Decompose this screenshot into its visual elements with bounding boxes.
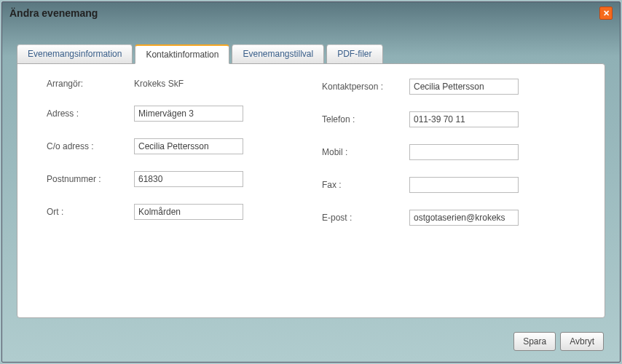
label-organizer: Arrangör: [47, 79, 134, 89]
phone-field[interactable] [409, 111, 519, 127]
tab-event-options[interactable]: Evenemangstillval [232, 44, 324, 64]
label-phone: Telefon : [322, 114, 409, 124]
edit-event-dialog: Ändra evenemang ✕ Evenemangsinformation … [1, 1, 621, 363]
tab-pdf-files[interactable]: PDF-filer [326, 44, 382, 64]
contact-person-field[interactable] [409, 79, 519, 95]
label-email: E-post : [322, 213, 409, 223]
tab-contact-info[interactable]: Kontaktinformation [135, 44, 229, 64]
mobile-field[interactable] [409, 144, 519, 160]
label-city: Ort : [47, 207, 134, 217]
address-field[interactable] [134, 106, 243, 122]
label-co-address: C/o adress : [47, 141, 134, 151]
value-organizer: Krokeks SkF [134, 79, 184, 89]
label-mobile: Mobil : [322, 147, 409, 157]
close-icon[interactable]: ✕ [599, 7, 613, 20]
label-address: Adress : [47, 108, 134, 119]
co-address-field[interactable] [134, 138, 243, 154]
postcode-field[interactable] [134, 171, 243, 187]
tab-event-info[interactable]: Evenemangsinformation [17, 44, 133, 64]
dialog-title: Ändra evenemang [9, 7, 98, 19]
tabs: Evenemangsinformation Kontaktinformation… [17, 44, 385, 64]
email-field[interactable] [409, 210, 519, 226]
label-contact-person: Kontaktperson : [322, 82, 409, 92]
fax-field[interactable] [409, 177, 519, 193]
city-field[interactable] [134, 204, 243, 220]
label-fax: Fax : [322, 180, 409, 190]
left-column: Arrangör: Krokeks SkF Adress : C/o adres… [25, 79, 304, 242]
right-column: Kontaktperson : Telefon : Mobil : Fax : … [318, 79, 597, 242]
tab-panel: Arrangör: Krokeks SkF Adress : C/o adres… [17, 63, 605, 318]
titlebar: Ändra evenemang ✕ [2, 2, 620, 23]
cancel-button[interactable]: Avbryt [560, 332, 604, 351]
dialog-buttons: Spara Avbryt [513, 332, 604, 351]
label-postcode: Postnummer : [47, 174, 134, 184]
save-button[interactable]: Spara [513, 332, 556, 351]
